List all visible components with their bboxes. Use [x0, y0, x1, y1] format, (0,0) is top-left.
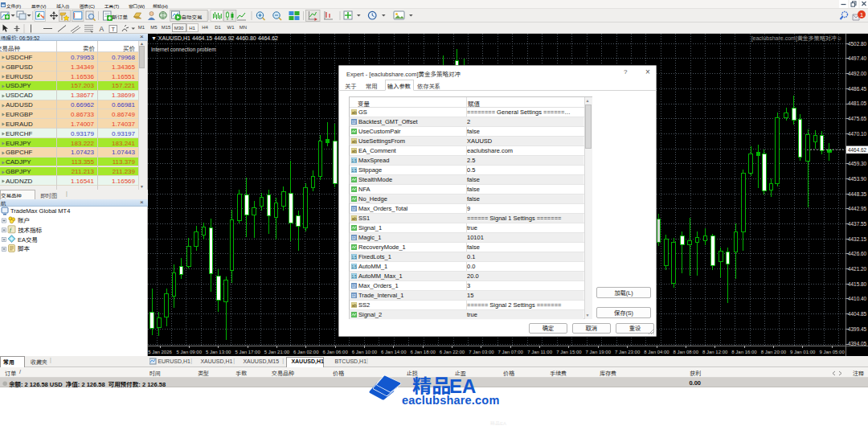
- svg-text:4404.85: 4404.85: [848, 311, 867, 317]
- svg-text:脚本: 脚本: [18, 244, 30, 252]
- svg-text:ab: ab: [351, 139, 356, 144]
- svg-text:[eaclubshare.com]黄金多策略对冲☺: [eaclubshare.com]黄金多策略对冲☺: [751, 34, 842, 42]
- svg-text:4399.45: 4399.45: [848, 326, 867, 332]
- svg-text:1.5: 1.5: [351, 256, 357, 260]
- svg-text:5 Jan 09:00: 5 Jan 09:00: [177, 350, 203, 354]
- svg-text:5 Jan 13:00: 5 Jan 13:00: [206, 350, 231, 354]
- svg-text:ab: ab: [351, 110, 356, 115]
- svg-text:1.5: 1.5: [351, 265, 357, 269]
- svg-text:6 Jan 22:00: 6 Jan 22:00: [440, 350, 465, 354]
- svg-text:4464.62: 4464.62: [848, 147, 867, 153]
- svg-text:9 Jan 01:00: 9 Jan 01:00: [790, 350, 816, 354]
- svg-text:4448.35: 4448.35: [848, 191, 867, 197]
- svg-text:1.5: 1.5: [351, 159, 357, 163]
- svg-text:8 Jan 08:00: 8 Jan 08:00: [674, 350, 699, 354]
- svg-text:6 Jan 14:00: 6 Jan 14:00: [381, 350, 407, 354]
- svg-text:4486.45: 4486.45: [848, 86, 867, 92]
- svg-text:5 Jan 2026: 5 Jan 2026: [148, 350, 172, 354]
- svg-text:12: 12: [351, 235, 356, 240]
- svg-text:4394.05: 4394.05: [848, 341, 867, 346]
- svg-text:4492.00: 4492.00: [848, 71, 867, 76]
- svg-text:12: 12: [351, 293, 356, 297]
- svg-text:5 Jan 17:00: 5 Jan 17:00: [235, 350, 260, 354]
- svg-text:ab: ab: [351, 303, 356, 308]
- svg-text:eaclubshare.com: eaclubshare.com: [402, 394, 499, 407]
- svg-text:7 Jan 23:00: 7 Jan 23:00: [615, 350, 641, 354]
- svg-text:12: 12: [351, 284, 356, 288]
- svg-text:8 Jan 16:00: 8 Jan 16:00: [731, 350, 757, 354]
- svg-text:1.5: 1.5: [351, 275, 357, 279]
- svg-text:1: 1: [860, 11, 863, 18]
- svg-text:4470.10: 4470.10: [848, 131, 867, 137]
- svg-text:7 Jan 19:00: 7 Jan 19:00: [586, 350, 612, 354]
- svg-text:8 Jan 12:00: 8 Jan 12:00: [702, 350, 728, 354]
- svg-text:4415.80: 4415.80: [848, 281, 867, 287]
- svg-text:4453.90: 4453.90: [848, 176, 867, 182]
- svg-text:ab: ab: [351, 216, 356, 221]
- svg-text:4497.40: 4497.40: [848, 55, 867, 61]
- svg-text:6 Jan 18:00: 6 Jan 18:00: [411, 350, 436, 354]
- svg-text:4502.80: 4502.80: [848, 41, 867, 47]
- svg-text:4437.55: 4437.55: [848, 221, 867, 227]
- svg-text:12: 12: [351, 120, 356, 124]
- svg-text:TradeMax Global MT4: TradeMax Global MT4: [10, 207, 70, 215]
- svg-text:ab: ab: [351, 149, 356, 154]
- svg-text:12: 12: [351, 207, 356, 211]
- svg-text:4426.60: 4426.60: [848, 251, 867, 256]
- svg-text:5 Jan 21:00: 5 Jan 21:00: [264, 350, 290, 354]
- svg-text:4421.20: 4421.20: [848, 266, 867, 272]
- svg-text:4475.65: 4475.65: [848, 116, 867, 121]
- svg-text:6 Jan 10:00: 6 Jan 10:00: [352, 350, 378, 354]
- svg-text:9 Jan 05:00: 9 Jan 05:00: [819, 350, 845, 354]
- svg-text:4442.95: 4442.95: [848, 206, 867, 211]
- svg-text:6 Jan 06:00: 6 Jan 06:00: [322, 350, 348, 354]
- svg-text:8 Jan 20:00: 8 Jan 20:00: [761, 350, 787, 354]
- svg-text:EA交易: EA交易: [18, 236, 38, 244]
- svg-text:T: T: [112, 26, 116, 33]
- svg-text:7 Jan 03:00: 7 Jan 03:00: [469, 350, 494, 354]
- svg-text:8 Jan 04:00: 8 Jan 04:00: [644, 350, 669, 354]
- svg-text:7 Jan 15:00: 7 Jan 15:00: [556, 350, 582, 354]
- svg-text:技术指标: 技术指标: [18, 225, 42, 234]
- svg-text:7 Jan 11:00: 7 Jan 11:00: [527, 350, 553, 354]
- svg-text:A: A: [100, 25, 104, 33]
- svg-text:4481.05: 4481.05: [848, 100, 867, 106]
- svg-text:7 Jan 07:00: 7 Jan 07:00: [498, 350, 524, 354]
- svg-text:4432.15: 4432.15: [848, 236, 867, 242]
- svg-text:6 Jan 02:00: 6 Jan 02:00: [293, 350, 319, 354]
- svg-text:4459.30: 4459.30: [848, 161, 867, 166]
- svg-text:4410.40: 4410.40: [848, 296, 867, 301]
- svg-text:Internet connection problem: Internet connection problem: [151, 47, 216, 53]
- svg-text:账户: 账户: [18, 215, 30, 224]
- svg-text:1.5: 1.5: [351, 169, 357, 173]
- svg-text:▼ XAUUSD,H1 4464.15 4466.92 4: ▼ XAUUSD,H1 4464.15 4466.92 4460.80 4464…: [151, 35, 278, 41]
